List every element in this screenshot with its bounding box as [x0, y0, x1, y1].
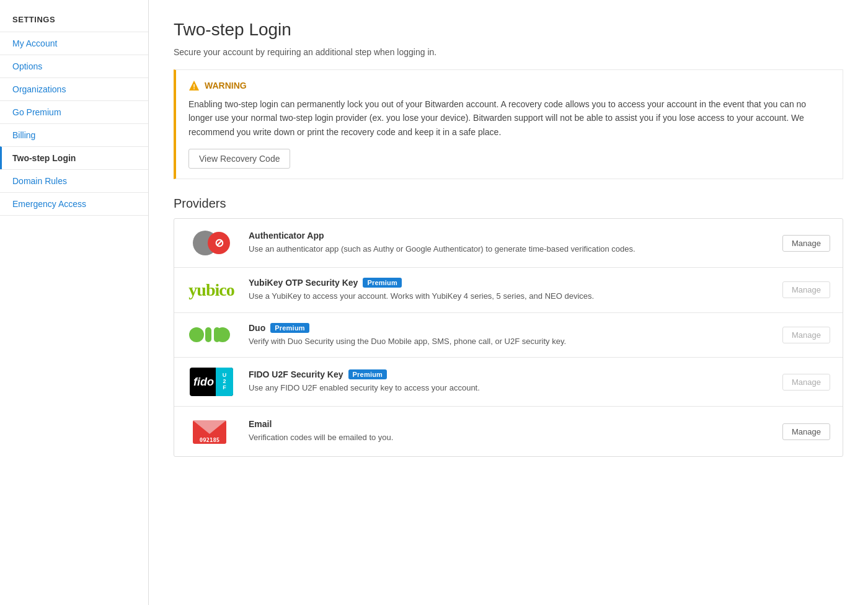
authenticator-app-icon: ⊘	[193, 229, 230, 257]
page-subtitle: Secure your account by requiring an addi…	[174, 47, 843, 57]
sidebar-item-emergency-access[interactable]: Emergency Access	[0, 192, 148, 216]
manage-button-authenticator-app[interactable]: Manage	[782, 235, 830, 252]
svg-point-2	[189, 327, 204, 342]
provider-name-yubikey: YubiKey OTP Security KeyPremium	[249, 278, 770, 288]
fido-logo: fido U2F	[190, 368, 233, 396]
provider-info-fido-u2f: FIDO U2F Security KeyPremiumUse any FIDO…	[249, 369, 770, 394]
sidebar-item-my-account[interactable]: My Account	[0, 32, 148, 55]
provider-icon-fido-u2f: fido U2F	[187, 368, 236, 396]
svg-rect-3	[205, 327, 211, 342]
provider-row-authenticator-app: ⊘ Authenticator AppUse an authenticator …	[174, 219, 843, 268]
provider-row-duo: DuoPremiumVerify with Duo Security using…	[174, 313, 843, 358]
yubico-logo: yubico	[188, 280, 234, 300]
svg-text:!: !	[193, 83, 195, 91]
provider-info-duo: DuoPremiumVerify with Duo Security using…	[249, 323, 770, 348]
provider-info-yubikey: YubiKey OTP Security KeyPremiumUse a Yub…	[249, 278, 770, 302]
provider-name-email: Email	[249, 419, 770, 429]
provider-name-authenticator-app: Authenticator App	[249, 231, 770, 241]
provider-icon-authenticator-app: ⊘	[187, 229, 236, 257]
manage-button-duo[interactable]: Manage	[782, 327, 830, 343]
main-content: Two-step Login Secure your account by re…	[149, 0, 868, 605]
provider-name-fido-u2f: FIDO U2F Security KeyPremium	[249, 369, 770, 379]
sidebar-item-options[interactable]: Options	[0, 55, 148, 77]
auth-circle-red: ⊘	[208, 232, 230, 254]
email-icon: 092185	[193, 417, 230, 446]
sidebar-item-domain-rules[interactable]: Domain Rules	[0, 169, 148, 192]
manage-button-yubikey[interactable]: Manage	[782, 281, 830, 298]
email-icon-svg: 092185	[193, 417, 229, 445]
warning-icon: !	[188, 80, 200, 91]
providers-title: Providers	[174, 197, 843, 211]
provider-info-authenticator-app: Authenticator AppUse an authenticator ap…	[249, 231, 770, 255]
warning-box: ! WARNING Enabling two-step login can pe…	[174, 69, 843, 179]
fido-u2f-text: U2F	[223, 373, 227, 391]
page-title: Two-step Login	[174, 20, 843, 40]
fido-text: fido	[193, 376, 214, 389]
sidebar-nav: My AccountOptionsOrganizationsGo Premium…	[0, 32, 148, 216]
sidebar-item-organizations[interactable]: Organizations	[0, 77, 148, 100]
provider-icon-duo	[187, 325, 236, 345]
sidebar-item-two-step-login[interactable]: Two-step Login	[0, 146, 148, 169]
provider-name-text-duo: Duo	[249, 323, 265, 333]
sidebar-item-billing[interactable]: Billing	[0, 123, 148, 146]
provider-row-email: 092185 EmailVerification codes will be e…	[174, 407, 843, 456]
premium-badge-fido-u2f: Premium	[348, 369, 388, 379]
premium-badge-yubikey: Premium	[363, 278, 402, 288]
provider-name-text-yubikey: YubiKey OTP Security Key	[249, 278, 358, 288]
warning-title: ! WARNING	[188, 80, 830, 91]
settings-heading: SETTINGS	[0, 10, 148, 32]
provider-row-fido-u2f: fido U2F FIDO U2F Security KeyPremiumUse…	[174, 358, 843, 407]
provider-row-yubikey: yubicoYubiKey OTP Security KeyPremiumUse…	[174, 268, 843, 313]
provider-desc-yubikey: Use a YubiKey to access your account. Wo…	[249, 290, 770, 302]
providers-table: ⊘ Authenticator AppUse an authenticator …	[174, 218, 843, 457]
warning-text: Enabling two-step login can permanently …	[188, 97, 830, 139]
provider-desc-duo: Verify with Duo Security using the Duo M…	[249, 335, 770, 348]
svg-rect-5	[214, 327, 220, 342]
manage-button-fido-u2f[interactable]: Manage	[782, 374, 830, 391]
provider-desc-authenticator-app: Use an authenticator app (such as Authy …	[249, 243, 770, 255]
provider-name-text-email: Email	[249, 419, 272, 429]
provider-name-text-fido-u2f: FIDO U2F Security Key	[249, 369, 343, 379]
provider-icon-email: 092185	[187, 417, 236, 446]
svg-text:092185: 092185	[200, 437, 220, 443]
provider-info-email: EmailVerification codes will be emailed …	[249, 419, 770, 444]
premium-badge-duo: Premium	[270, 323, 309, 333]
provider-name-text-authenticator-app: Authenticator App	[249, 231, 324, 241]
provider-icon-yubikey: yubico	[187, 280, 236, 300]
provider-desc-fido-u2f: Use any FIDO U2F enabled security key to…	[249, 382, 770, 394]
manage-button-email[interactable]: Manage	[782, 423, 830, 440]
sidebar-item-go-premium[interactable]: Go Premium	[0, 100, 148, 123]
provider-desc-email: Verification codes will be emailed to yo…	[249, 431, 770, 444]
fido-u2f-badge: U2F	[216, 368, 233, 396]
sidebar: SETTINGS My AccountOptionsOrganizationsG…	[0, 0, 149, 605]
view-recovery-code-button[interactable]: View Recovery Code	[188, 149, 290, 169]
provider-name-duo: DuoPremium	[249, 323, 770, 333]
no-symbol: ⊘	[215, 236, 224, 250]
duo-logo	[189, 325, 234, 345]
